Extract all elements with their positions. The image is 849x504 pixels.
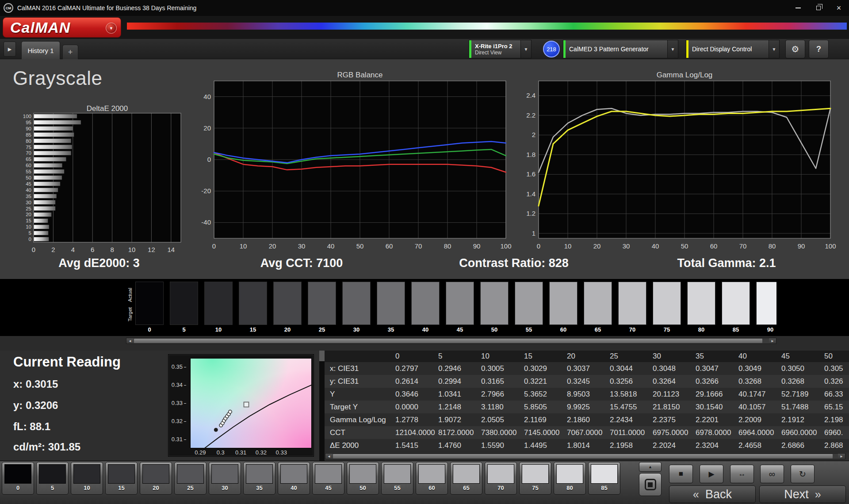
pattern-button-40[interactable]: 40	[278, 462, 310, 495]
pattern-label: 45	[313, 485, 344, 491]
table-cell: 2.3204	[696, 441, 738, 450]
meter-mode: Direct View	[475, 50, 517, 56]
table-cell: 15.4755	[610, 403, 653, 412]
window-title: CalMAN 2016 CalMAN Ultimate for Business…	[17, 4, 196, 11]
swatch-color	[273, 282, 302, 325]
pattern-button-50[interactable]: 50	[347, 462, 379, 495]
grayscale-swatch-70: 70	[618, 282, 646, 336]
close-icon: ×	[837, 4, 841, 12]
pattern-generator-dropdown[interactable]: CalMED 3 Pattern Generator ▼	[563, 40, 678, 58]
sidebar-expander-button[interactable]: ▶	[4, 42, 16, 57]
pattern-button-15[interactable]: 15	[105, 462, 138, 495]
table-cell: 0.3646	[395, 390, 438, 399]
infinity-icon: ∞	[769, 469, 775, 479]
svg-text:30: 30	[26, 200, 31, 205]
swatch-level-label: 15	[239, 326, 267, 333]
table-cell: 5.3652	[524, 390, 567, 399]
pattern-button-20[interactable]: 20	[140, 462, 172, 495]
scroll-left-arrow[interactable]: ◄	[126, 338, 134, 344]
pattern-label: 20	[140, 485, 172, 491]
svg-text:55: 55	[26, 169, 31, 174]
minimize-button[interactable]	[788, 0, 808, 16]
swatch-level-label: 70	[618, 326, 646, 333]
scrollbar-thumb[interactable]	[134, 339, 762, 343]
play-button[interactable]: ▶	[700, 465, 723, 483]
pattern-button-45[interactable]: 45	[312, 462, 344, 495]
scrollbar-thumb[interactable]	[333, 454, 833, 458]
swatch-color	[308, 282, 336, 325]
swatch-level-label: 85	[722, 326, 750, 333]
pattern-button-5[interactable]: 5	[36, 462, 69, 495]
window-controls: ×	[788, 0, 849, 16]
repeat-button[interactable]: ↻	[791, 465, 815, 483]
pattern-swatch	[453, 464, 480, 484]
scrollbar-track[interactable]	[333, 454, 838, 459]
svg-text:1.2: 1.2	[526, 210, 535, 217]
close-button[interactable]: ×	[829, 0, 849, 16]
pattern-button-25[interactable]: 25	[174, 462, 207, 495]
pattern-dropdown-text: CalMED 3 Pattern Generator	[566, 40, 667, 58]
table-col-header: 35	[696, 352, 738, 361]
svg-text:90: 90	[26, 126, 31, 131]
restore-button[interactable]	[808, 0, 829, 16]
table-row: x: CIE310.27970.29460.30050.30290.30370.…	[325, 362, 849, 375]
swatch-color	[549, 282, 577, 325]
pattern-button-0[interactable]: 0	[2, 462, 34, 495]
pattern-button-30[interactable]: 30	[209, 462, 241, 495]
badge-value: 218	[547, 46, 556, 53]
calman-menu-button[interactable]: ▼	[106, 23, 117, 34]
scroll-left-arrow[interactable]: ◄	[325, 454, 333, 459]
meter-dropdown[interactable]: X-Rite i1Pro 2 Direct View ▼	[469, 40, 532, 58]
pattern-swatch	[556, 464, 583, 484]
scroll-right-arrow[interactable]: ►	[838, 454, 845, 459]
swatch-color	[756, 282, 776, 325]
table-cell: 0.2946	[438, 364, 481, 373]
table-cell: 2.198	[824, 416, 849, 424]
pattern-button-85[interactable]: 85	[588, 462, 620, 495]
settings-button[interactable]: ⚙	[785, 40, 805, 58]
current-reading-cdm2: cd/m²: 301.85	[13, 441, 80, 453]
pattern-page-up-button[interactable]: ▲	[639, 462, 662, 472]
pattern-window-button[interactable]	[639, 473, 662, 496]
table-row-label: CCT	[325, 428, 395, 437]
svg-text:20: 20	[269, 242, 276, 250]
continuous-read-button[interactable]: ∞	[760, 465, 784, 483]
svg-text:50: 50	[681, 242, 688, 250]
swatch-level-label: 65	[584, 326, 612, 333]
pattern-button-70[interactable]: 70	[485, 462, 517, 495]
svg-text:75: 75	[26, 145, 31, 150]
svg-text:80: 80	[769, 242, 776, 250]
expander-icon: ▶	[8, 46, 11, 52]
pattern-button-35[interactable]: 35	[243, 462, 275, 495]
pattern-button-10[interactable]: 10	[71, 462, 103, 495]
scrollbar-track[interactable]	[134, 338, 769, 344]
calman-app-window: CM CalMAN 2016 CalMAN Ultimate for Busin…	[0, 0, 849, 504]
pattern-button-75[interactable]: 75	[519, 462, 551, 495]
stop-button[interactable]: ■	[669, 465, 693, 483]
display-control-dropdown[interactable]: Direct Display Control ▼	[686, 40, 780, 58]
table-cell: 0.3256	[610, 377, 653, 386]
next-chevron-icon: »	[815, 488, 821, 501]
table-col-header: 5	[438, 352, 481, 361]
svg-text:6: 6	[91, 246, 94, 253]
resize-pattern-button[interactable]: ↔	[730, 465, 754, 483]
splitter-handle[interactable]	[319, 351, 325, 361]
swatch-color	[411, 282, 440, 325]
pattern-button-80[interactable]: 80	[554, 462, 586, 495]
swatch-strip-scrollbar[interactable]: ◄►	[126, 338, 776, 344]
next-button[interactable]: Next »	[759, 485, 846, 503]
pattern-button-55[interactable]: 55	[381, 462, 413, 495]
svg-text:50: 50	[26, 175, 31, 180]
meter-count-badge[interactable]: 218	[543, 41, 560, 57]
pattern-button-65[interactable]: 65	[450, 462, 482, 495]
table-scrollbar[interactable]: ◄►	[325, 453, 845, 459]
back-button[interactable]: « Back	[669, 485, 756, 503]
add-tab-button[interactable]: +	[62, 45, 78, 59]
grayscale-swatch-strip: Actual Target 05101520253035404550556065…	[0, 279, 849, 351]
scroll-right-arrow[interactable]: ►	[769, 338, 776, 344]
panel-splitter[interactable]	[319, 351, 325, 461]
help-button[interactable]: ?	[809, 40, 829, 58]
pattern-button-60[interactable]: 60	[416, 462, 448, 495]
tab-history-1[interactable]: History 1	[21, 41, 60, 59]
swatch-level-label: 0	[135, 326, 164, 333]
